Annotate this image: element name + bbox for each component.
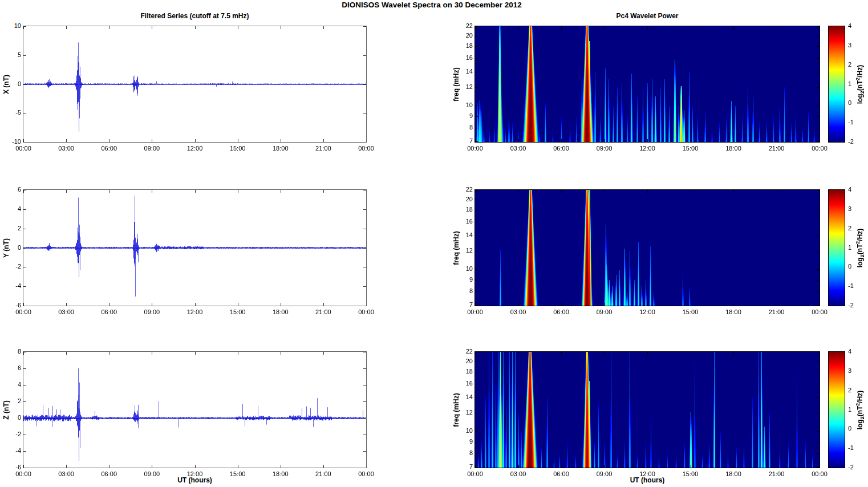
xtick-label: 09:00: [592, 145, 617, 152]
xtick-label: 12:00: [182, 145, 208, 152]
xtick-label: 18:00: [721, 470, 746, 478]
timeseries-plot-x: [23, 26, 366, 142]
freq-tick-label: 22: [457, 186, 473, 193]
colorbar-label-part: 2: [859, 91, 865, 94]
xtick-label: 03:00: [54, 309, 79, 316]
ytick-label: 4: [1, 205, 21, 213]
xtick-label: 00:00: [11, 145, 36, 152]
colorbar-axis-label: log2(nT2/Hz): [855, 64, 865, 104]
figure-title: DIONISOS Wavelet Spectra on 30 December …: [0, 1, 863, 9]
freq-tick-label: 20: [457, 358, 473, 365]
freq-tick-label: 10: [457, 427, 473, 435]
freq-tick-label: 22: [457, 348, 473, 355]
xtick-label: 15:00: [678, 145, 703, 152]
colorbar-label-part: 2: [855, 403, 861, 405]
freq-tick-label: 18: [457, 42, 473, 50]
freq-tick-label: 8: [457, 287, 473, 295]
freq-axis-label: freq (mHz): [452, 393, 460, 427]
colorbar-tick-label: -1: [848, 444, 862, 452]
xtick-label: 00:00: [463, 470, 488, 478]
colorbar-label-part: (nT: [856, 80, 864, 91]
timeseries-plot-z: [23, 352, 366, 468]
xtick-label: 03:00: [54, 145, 79, 152]
wavelet-spectra-figure: DIONISOS Wavelet Spectra on 30 December …: [0, 0, 868, 487]
colorbar-label-part: /Hz): [856, 390, 864, 403]
xtick-label: 12:00: [635, 309, 660, 316]
xtick-label: 12:00: [635, 145, 660, 152]
colorbar-label-part: 2: [859, 416, 865, 419]
xtick-label: 06:00: [549, 470, 574, 478]
xtick-label: 00:00: [807, 309, 832, 316]
xtick-label: 15:00: [678, 309, 703, 316]
timeseries-plot-y: [23, 190, 366, 306]
xtick-label: 06:00: [549, 145, 574, 152]
freq-tick-label: 20: [457, 32, 473, 39]
colorbar-tick-label: 4: [848, 22, 862, 30]
freq-tick-label: 7: [457, 137, 473, 145]
colorbar-label-part: log: [856, 257, 864, 267]
freq-axis-label: freq (mHz): [452, 67, 460, 101]
xtick-label: 00:00: [11, 470, 36, 478]
xtick-label: 00:00: [463, 309, 488, 316]
xtick-label: 21:00: [764, 309, 789, 316]
ytick-label: -5: [1, 109, 21, 116]
freq-tick-label: 10: [457, 265, 473, 273]
freq-tick-label: 8: [457, 124, 473, 131]
colorbar-label-part: /Hz): [856, 228, 864, 241]
colorbar-tick-label: 4: [848, 186, 862, 193]
colorbar: [829, 352, 845, 468]
freq-tick-label: 9: [457, 438, 473, 445]
xtick-label: 06:00: [96, 145, 121, 152]
xtick-label: 21:00: [311, 470, 336, 478]
freq-tick-label: 16: [457, 54, 473, 62]
xtick-label: 12:00: [635, 470, 660, 478]
xtick-label: 06:00: [96, 470, 121, 478]
wavelet-spectrogram: [475, 352, 820, 468]
colorbar-tick-label: -2: [848, 464, 862, 471]
freq-tick-label: 7: [457, 463, 473, 470]
ytick-label: 4: [1, 381, 21, 388]
colorbar-tick-label: -1: [848, 119, 862, 126]
xtick-label: 15:00: [678, 470, 703, 478]
wavelet-spectrogram: [475, 190, 820, 306]
xtick-label: 03:00: [506, 309, 531, 316]
xtick-label: 00:00: [354, 145, 379, 152]
ytick-label: 10: [1, 22, 21, 30]
freq-tick-label: 10: [457, 102, 473, 109]
freq-tick-label: 18: [457, 368, 473, 375]
colorbar-label-part: /Hz): [856, 64, 864, 77]
freq-tick-label: 9: [457, 112, 473, 120]
xtick-label: 15:00: [225, 145, 250, 152]
wavelet-spectrogram: [475, 26, 820, 142]
xtick-label: 12:00: [182, 309, 208, 316]
colorbar-tick-label: 3: [848, 205, 862, 213]
colorbar-label-part: 2: [859, 254, 865, 257]
colorbar-tick-label: 4: [848, 348, 862, 355]
colorbar-tick-label: 3: [848, 367, 862, 375]
ytick-label: -2: [1, 263, 21, 270]
xtick-label: 09:00: [139, 470, 164, 478]
xtick-label: 18:00: [721, 309, 746, 316]
xtick-label: 18:00: [268, 309, 293, 316]
yaxis-label-z: Z (nT): [2, 400, 10, 419]
xtick-label: 03:00: [54, 470, 79, 478]
left-column-title: Filtered Series (cutoff at 7.5 mHz): [23, 12, 366, 20]
colorbar: [829, 26, 845, 142]
ytick-label: 6: [1, 364, 21, 372]
colorbar-tick-label: 3: [848, 42, 862, 49]
xtick-label: 03:00: [506, 145, 531, 152]
colorbar-axis-label: log2(nT2/Hz): [855, 228, 865, 267]
freq-tick-label: 16: [457, 218, 473, 225]
xtick-label: 03:00: [506, 470, 531, 478]
colorbar-label-part: 2: [855, 241, 861, 244]
xtick-label: 15:00: [225, 309, 250, 316]
colorbar-label-part: log: [856, 94, 864, 104]
xtick-label: 15:00: [225, 470, 250, 478]
xtick-label: 12:00: [182, 470, 208, 478]
colorbar-tick-label: -2: [848, 138, 862, 145]
xtick-label: 06:00: [96, 309, 121, 316]
colorbar-label-part: (nT: [856, 405, 864, 416]
colorbar-tick-label: -2: [848, 302, 862, 309]
freq-tick-label: 7: [457, 301, 473, 309]
freq-tick-label: 20: [457, 196, 473, 203]
